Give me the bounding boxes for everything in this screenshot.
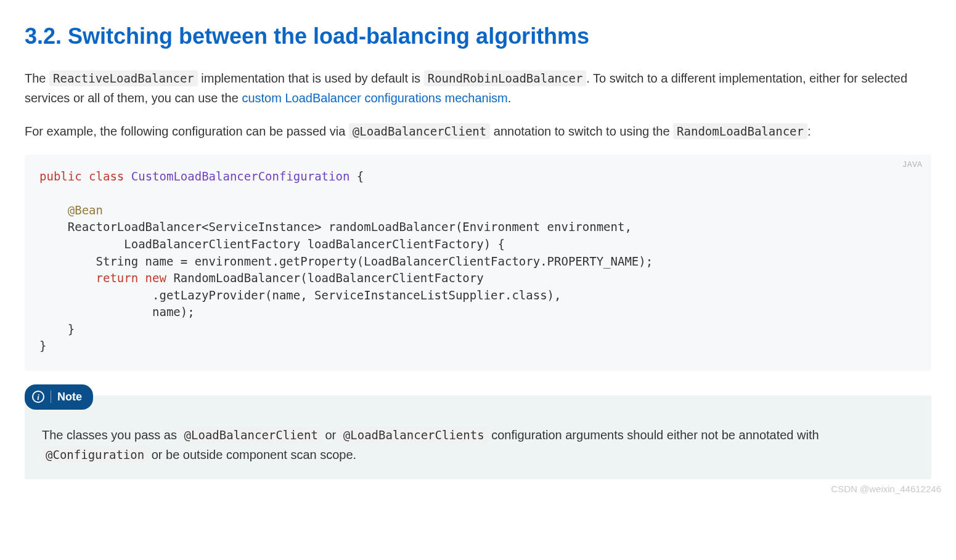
class-name: CustomLoadBalancerConfiguration: [131, 169, 350, 183]
text: [39, 203, 68, 217]
text: The: [25, 71, 49, 85]
text: String name = environment.getProperty(Lo…: [39, 254, 653, 268]
text: name);: [39, 305, 195, 319]
text: or be outside component scan scope.: [148, 448, 356, 461]
inline-code-lb-client: @LoadBalancerClient: [349, 123, 490, 139]
badge-separator: [51, 391, 51, 403]
note-badge: i Note: [25, 384, 93, 410]
inline-code-reactive-lb: ReactiveLoadBalancer: [49, 70, 198, 86]
text: [39, 271, 96, 285]
inline-code-roundrobin-lb: RoundRobinLoadBalancer: [424, 70, 587, 86]
kw-public: public: [39, 169, 82, 183]
code-block-java: JAVApublic class CustomLoadBalancerConfi…: [25, 155, 931, 371]
inline-code-configuration-ann: @Configuration: [42, 447, 148, 463]
link-custom-lb-config[interactable]: custom LoadBalancer configurations mecha…: [242, 91, 507, 105]
note-box: i Note The classes you pass as @LoadBala…: [25, 396, 931, 479]
inline-code-lb-clients-ann: @LoadBalancerClients: [340, 427, 488, 443]
section-heading: 3.2. Switching between the load-balancin…: [25, 22, 931, 51]
watermark: CSDN @weixin_44612246: [831, 482, 941, 497]
text: {: [349, 169, 364, 183]
text: :: [807, 124, 811, 138]
text: For example, the following configuration…: [25, 124, 349, 138]
text: The classes you pass as: [42, 428, 181, 442]
note-label: Note: [57, 388, 82, 406]
inline-code-lb-client-ann: @LoadBalancerClient: [181, 427, 322, 443]
text: .: [508, 91, 512, 105]
text: ReactorLoadBalancer<ServiceInstance> ran…: [39, 220, 632, 233]
paragraph-2: For example, the following configuration…: [25, 121, 931, 141]
text: or: [322, 428, 340, 442]
kw-new: new: [145, 271, 166, 285]
text: LoadBalancerClientFactory loadBalancerCl…: [39, 237, 505, 251]
kw-return: return: [96, 271, 139, 285]
text: RandomLoadBalancer(loadBalancerClientFac…: [166, 271, 484, 285]
text: }: [39, 339, 46, 352]
code-lang-label: JAVA: [903, 160, 923, 170]
text: .getLazyProvider(name, ServiceInstanceLi…: [39, 288, 561, 302]
kw-class: class: [89, 169, 124, 183]
inline-code-random-lb: RandomLoadBalancer: [673, 123, 807, 139]
paragraph-1: The ReactiveLoadBalancer implementation …: [25, 68, 931, 108]
annotation-bean: @Bean: [68, 203, 103, 217]
text: configuration arguments should either no…: [488, 428, 819, 442]
text: }: [39, 322, 75, 336]
text: annotation to switch to using the: [490, 124, 673, 138]
info-icon: i: [32, 391, 44, 403]
text: implementation that is used by default i…: [198, 71, 424, 85]
